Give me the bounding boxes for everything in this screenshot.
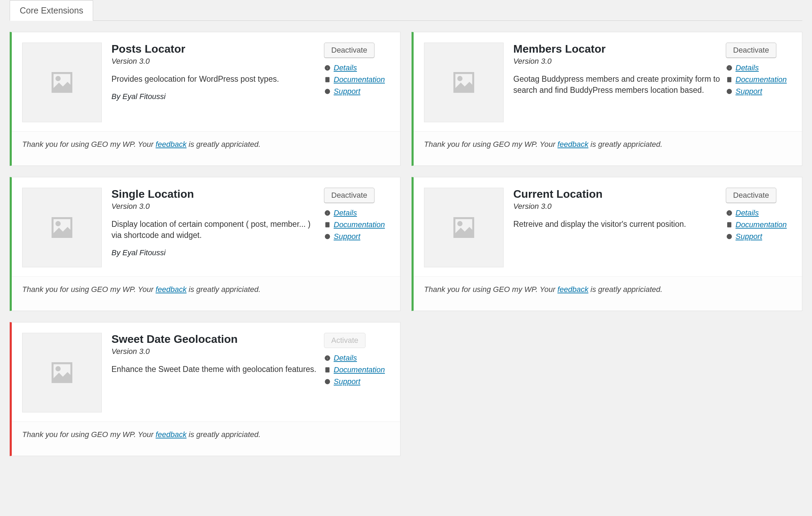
feedback-link[interactable]: feedback [156,430,187,439]
extension-links: Details Documentation Supp [324,63,390,96]
info-icon [324,355,331,362]
action-button[interactable]: Deactivate [324,188,375,203]
extension-card: Members Locator Version 3.0 Geotag Buddy… [412,32,802,166]
extension-version: Version 3.0 [111,57,321,66]
document-icon [726,76,733,83]
details-link[interactable]: Details [736,208,759,217]
extension-title: Current Location [513,188,722,201]
extension-description: Provides geolocation for WordPress post … [111,73,321,84]
footer-suffix: is greatly appriciated. [588,140,662,149]
feedback-link[interactable]: feedback [558,140,588,149]
card-side: Deactivate Details Documenta [324,43,390,99]
svg-point-21 [728,90,730,92]
svg-rect-54 [327,357,328,357]
image-placeholder-icon [46,67,78,98]
support-icon [324,233,331,240]
extension-description: Enhance the Sweet Date theme with geoloc… [111,364,321,375]
documentation-link[interactable]: Documentation [736,220,787,229]
svg-point-34 [326,235,328,237]
svg-rect-28 [327,212,328,212]
svg-rect-15 [729,66,730,67]
card-main: Sweet Date Geolocation Version 3.0 Enhan… [111,333,390,412]
svg-point-8 [326,90,328,92]
details-link[interactable]: Details [334,354,357,363]
details-link[interactable]: Details [334,63,357,72]
support-link[interactable]: Support [736,232,762,241]
action-button[interactable]: Deactivate [726,43,776,58]
extension-thumbnail [424,43,504,122]
card-side: Deactivate Details Documenta [726,43,792,99]
documentation-link[interactable]: Documentation [736,75,787,84]
extension-links: Details Documentation Supp [324,354,390,386]
info-icon [324,210,331,216]
extension-version: Version 3.0 [111,347,321,356]
card-footer: Thank you for using GEO my WP. Your feed… [12,131,400,166]
action-button[interactable]: Deactivate [726,188,776,203]
support-link[interactable]: Support [334,87,360,96]
image-placeholder-icon [448,67,479,98]
footer-prefix: Thank you for using GEO my WP. Your [424,285,558,294]
extension-card: Single Location Version 3.0 Display loca… [10,177,400,311]
svg-rect-27 [327,213,328,214]
feedback-link[interactable]: feedback [558,285,588,294]
action-button[interactable]: Activate [324,333,366,348]
footer-prefix: Thank you for using GEO my WP. Your [22,285,156,294]
support-link[interactable]: Support [334,232,360,241]
image-placeholder-icon [448,212,479,243]
footer-suffix: is greatly appriciated. [588,285,662,294]
documentation-link[interactable]: Documentation [334,365,385,374]
support-link[interactable]: Support [736,87,762,96]
extension-version: Version 3.0 [513,57,722,66]
details-link[interactable]: Details [736,63,759,72]
extension-version: Version 3.0 [513,202,722,211]
support-icon [324,378,331,385]
card-body: Current Location Version 3.0 Retreive an… [414,177,802,276]
feedback-link[interactable]: feedback [156,285,187,294]
card-body: Single Location Version 3.0 Display loca… [12,177,400,276]
extension-links: Details Documentation Supp [324,208,390,241]
details-link[interactable]: Details [334,208,357,217]
extension-description: Geotag Buddypress members and create pro… [513,73,722,96]
card-side: Activate Details Documentati [324,333,390,389]
tab-core-extensions[interactable]: Core Extensions [10,0,93,21]
documentation-link[interactable]: Documentation [334,75,385,84]
support-link[interactable]: Support [334,377,360,386]
extension-description: Retreive and display the visitor's curre… [513,219,722,230]
document-icon [726,221,733,228]
svg-rect-14 [729,68,730,69]
svg-rect-2 [327,66,328,67]
card-main: Single Location Version 3.0 Display loca… [111,188,390,267]
card-side: Deactivate Details Documenta [726,188,792,244]
action-button[interactable]: Deactivate [324,43,375,58]
extension-author: By Eyal Fitoussi [111,92,321,101]
extension-version: Version 3.0 [111,202,321,211]
card-footer: Thank you for using GEO my WP. Your feed… [12,421,400,456]
svg-rect-41 [729,212,730,212]
info-icon [726,64,733,71]
card-footer: Thank you for using GEO my WP. Your feed… [12,276,400,311]
support-icon [726,88,733,95]
svg-rect-53 [327,358,328,359]
extensions-grid: Posts Locator Version 3.0 Provides geolo… [10,32,802,456]
svg-rect-1 [327,68,328,69]
card-side: Deactivate Details Documenta [324,188,390,244]
tabs-bar: Core Extensions [10,0,802,21]
footer-suffix: is greatly appriciated. [187,285,261,294]
extension-thumbnail [22,43,102,122]
extension-card: Current Location Version 3.0 Retreive an… [412,177,802,311]
document-icon [324,221,331,228]
footer-prefix: Thank you for using GEO my WP. Your [22,430,156,439]
image-placeholder-icon [46,357,78,388]
extension-title: Posts Locator [111,43,321,55]
footer-prefix: Thank you for using GEO my WP. Your [22,140,156,149]
card-main: Current Location Version 3.0 Retreive an… [513,188,792,267]
card-body: Posts Locator Version 3.0 Provides geolo… [12,32,400,131]
extension-thumbnail [22,188,102,267]
documentation-link[interactable]: Documentation [334,220,385,229]
svg-rect-40 [729,213,730,214]
feedback-link[interactable]: feedback [156,140,187,149]
footer-suffix: is greatly appriciated. [187,140,261,149]
support-icon [726,233,733,240]
image-placeholder-icon [46,212,78,243]
extension-description: Display location of certain component ( … [111,219,321,241]
